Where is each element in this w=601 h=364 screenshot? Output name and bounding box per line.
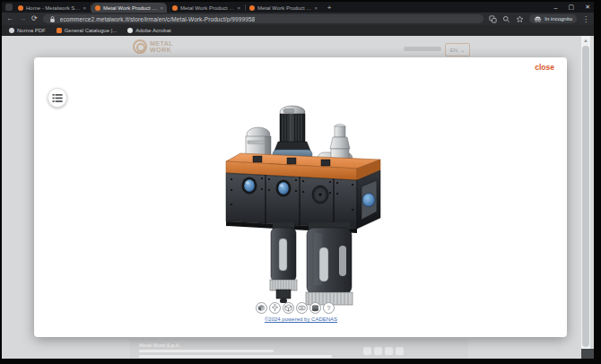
- tab-favicon: [18, 5, 23, 11]
- linkedin-icon[interactable]: [385, 347, 393, 355]
- minimize-button[interactable]: –: [554, 4, 558, 11]
- question-mark-icon: ?: [327, 303, 331, 313]
- cube-outline-icon: [284, 304, 292, 312]
- bookmark-label: Adobe Acrobat: [135, 28, 170, 33]
- footer-social-icons: [363, 347, 404, 355]
- tab-close-icon[interactable]: ×: [237, 5, 240, 11]
- tab-close-icon[interactable]: ×: [314, 5, 318, 11]
- view-isometric-button[interactable]: [256, 302, 267, 314]
- back-icon[interactable]: ←: [6, 14, 13, 23]
- url-text: ecommerce2.metalwork.it/store/irma/en/c/…: [60, 16, 256, 22]
- tab-product-2[interactable]: Metal Work Product | Metal W ×: [169, 3, 244, 13]
- tab-title: Metal Work Product | Metal W: [180, 5, 234, 11]
- tab-favicon: [95, 5, 100, 11]
- tab-groups-icon[interactable]: [489, 15, 497, 23]
- scroll-up-icon[interactable]: ▲: [581, 36, 590, 45]
- site-footer: Metal Work S.p.A.: [130, 339, 468, 359]
- header-account-text: [404, 47, 441, 51]
- browser-toolbar: ← → ⟳ ecommerce2.metalwork.it/store/irma…: [2, 13, 594, 25]
- bookmark-adobe-acrobat[interactable]: Adobe Acrobat: [127, 28, 170, 33]
- tab-title: Home - Metalwork Symbol Con: [26, 5, 80, 11]
- tab-close-icon[interactable]: ×: [83, 5, 86, 11]
- dimensions-button[interactable]: [296, 302, 308, 314]
- site-info-lock-icon[interactable]: [48, 15, 57, 23]
- help-button[interactable]: ?: [323, 302, 335, 314]
- footer-address-line: [139, 350, 274, 352]
- close-window-button[interactable]: ✕: [585, 4, 590, 11]
- filter-bowl-left: [270, 222, 297, 303]
- tab-product-3[interactable]: Metal Work Product | Metal W ×: [246, 3, 321, 13]
- close-modal-button[interactable]: close: [535, 63, 554, 72]
- window-resize-corner: [581, 349, 594, 359]
- instagram-icon[interactable]: [363, 347, 371, 355]
- scrollbar-thumb[interactable]: [582, 46, 589, 347]
- window-controls: – ▢ ✕: [554, 2, 590, 13]
- cad-viewer-modal: close: [34, 57, 567, 337]
- search-icon[interactable]: [502, 15, 510, 23]
- footer-address-line: [139, 355, 332, 358]
- bookmark-star-icon[interactable]: [516, 15, 524, 23]
- metalwork-logo-icon: [133, 39, 147, 54]
- bookmark-icon: [127, 28, 133, 33]
- tab-home[interactable]: Home - Metalwork Symbol Con ×: [14, 3, 90, 13]
- lubricator-bowl-right: [306, 222, 353, 305]
- language-value: EN: [450, 48, 457, 53]
- bookmark-icon: [57, 28, 62, 33]
- bookmark-label: Norma PDF: [17, 28, 46, 33]
- youtube-icon[interactable]: [396, 347, 404, 355]
- logo-text-line2: WORK: [150, 47, 171, 53]
- browser-menu-icon[interactable]: ⋮: [582, 15, 589, 23]
- viewer-menu-button[interactable]: [48, 88, 67, 108]
- tab-strip: Home - Metalwork Symbol Con × Metal Work…: [2, 2, 594, 13]
- chevron-down-icon: ⌄: [460, 47, 465, 53]
- viewer-toolbar: ?: [256, 302, 335, 314]
- label-equal-icon: [298, 304, 306, 312]
- incognito-label: In incognito: [544, 16, 572, 22]
- bookmark-icon: [9, 28, 14, 33]
- list-menu-icon: [51, 92, 64, 104]
- new-tab-button[interactable]: +: [325, 4, 334, 12]
- view-wireframe-button[interactable]: [283, 302, 294, 314]
- screenshot-frame: Home - Metalwork Symbol Con × Metal Work…: [0, 0, 601, 364]
- tab-favicon: [249, 5, 255, 11]
- tab-title: Metal Work Product | Metal W: [103, 5, 157, 11]
- reload-icon[interactable]: ⟳: [31, 14, 38, 23]
- product-3d-model[interactable]: [213, 97, 384, 312]
- incognito-icon: [534, 16, 542, 22]
- tab-product-active[interactable]: Metal Work Product | Metal W ×: [91, 3, 167, 13]
- bookmark-general-catalogue[interactable]: General Catalogue |...: [57, 28, 118, 33]
- window-menu-icon[interactable]: [5, 4, 13, 11]
- forward-icon[interactable]: →: [19, 14, 26, 23]
- tab-divider: [91, 4, 91, 11]
- cube-solid-icon: [311, 304, 319, 312]
- view-reset-button[interactable]: [269, 302, 281, 314]
- metalwork-logo: METAL WORK: [133, 39, 173, 54]
- tab-favicon: [172, 5, 178, 11]
- logo-text-line1: METAL: [150, 40, 173, 47]
- viewer-canvas[interactable]: [213, 97, 384, 312]
- cube-shaded-icon: [257, 304, 266, 312]
- pressure-switch-accessory: [246, 127, 271, 157]
- footer-company-name: Metal Work S.p.A.: [139, 342, 180, 348]
- bookmark-norma-pdf[interactable]: Norma PDF: [9, 28, 46, 33]
- cadenas-credit-link[interactable]: ©2024 powered by CADENAS: [227, 316, 375, 322]
- browser-window: Home - Metalwork Symbol Con × Metal Work…: [2, 2, 594, 359]
- vertical-scrollbar[interactable]: ▲ ▼: [581, 36, 590, 359]
- cube-arrow-icon: [271, 304, 279, 312]
- bookmarks-bar: Norma PDF General Catalogue |... Adobe A…: [2, 25, 594, 36]
- page-viewport: METAL WORK EN ⌄ Metal Work S.p.A. ▲ ▼: [2, 36, 594, 359]
- facebook-icon[interactable]: [374, 347, 382, 355]
- address-bar[interactable]: ecommerce2.metalwork.it/store/irma/en/c/…: [43, 14, 484, 23]
- maximize-button[interactable]: ▢: [569, 4, 575, 11]
- tab-divider: [245, 4, 246, 11]
- tab-close-icon[interactable]: ×: [160, 5, 163, 11]
- bookmark-label: General Catalogue |...: [65, 28, 118, 33]
- render-solid-button[interactable]: [309, 302, 321, 314]
- tab-title: Metal Work Product | Metal W: [257, 5, 311, 11]
- language-selector[interactable]: EN ⌄: [445, 43, 470, 56]
- incognito-badge[interactable]: In incognito: [529, 14, 577, 23]
